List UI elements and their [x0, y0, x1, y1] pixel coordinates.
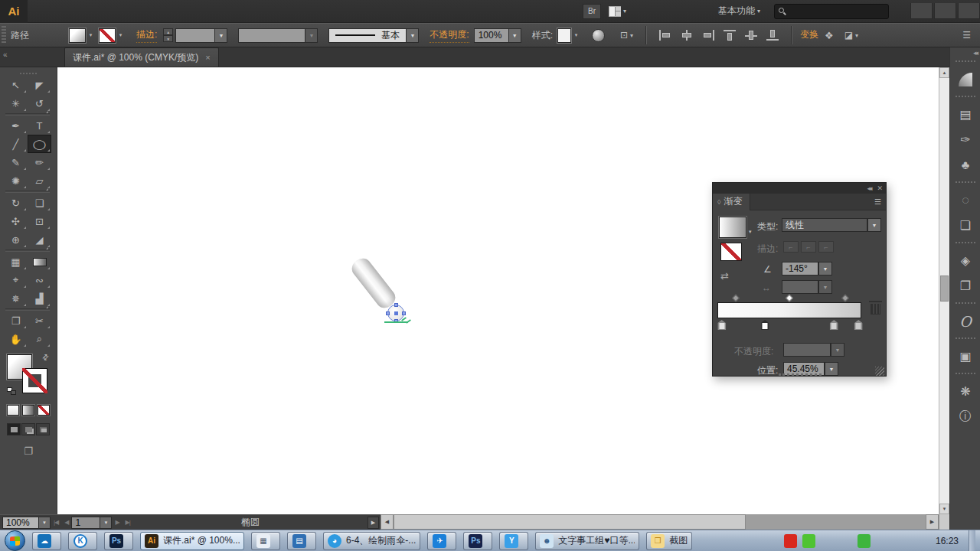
opacity-field[interactable]: 100% — [474, 28, 509, 43]
status-expand-icon[interactable]: ▶ — [368, 517, 379, 529]
previous-artboard-icon[interactable]: ◀ — [64, 519, 68, 526]
gradient-within-stroke-button[interactable]: ⌐ — [783, 241, 799, 253]
gradient-stop-4[interactable] — [854, 320, 863, 330]
wechat-icon[interactable] — [802, 534, 815, 548]
free-transform-tool[interactable]: ⊡ — [28, 212, 51, 230]
gradient-across-stroke-button[interactable]: ⌐ — [818, 241, 834, 253]
transform-again-icon[interactable]: ❖ — [825, 30, 834, 41]
close-panel-icon[interactable]: ✕ — [877, 184, 883, 192]
pencil-tool[interactable]: ✏ — [28, 153, 51, 171]
stroke-weight-dropdown[interactable]: ▼ — [215, 28, 227, 43]
taskbar-photoshop2-icon[interactable]: Ps — [463, 532, 492, 550]
action-center-flag-icon[interactable] — [894, 534, 907, 548]
stroke-swatch[interactable] — [99, 28, 116, 43]
taskbar-chat-task[interactable]: ☻ 文字事工组♥口等... — [535, 532, 639, 550]
artboard-tool[interactable]: ❐ — [4, 311, 28, 330]
cylinder-artwork[interactable] — [348, 255, 399, 311]
magic-wand-tool[interactable]: ✳ — [4, 94, 28, 112]
scroll-down-icon[interactable]: ▼ — [939, 504, 949, 514]
next-artboard-icon[interactable]: ▶ — [115, 519, 119, 526]
align-vertical-center-button[interactable] — [744, 29, 758, 41]
network-icon[interactable] — [876, 534, 889, 548]
show-desktop-button[interactable] — [969, 530, 975, 551]
eraser-tool[interactable]: ▱ — [28, 171, 51, 190]
first-artboard-icon[interactable]: |◀ — [54, 519, 58, 526]
zoom-dropdown[interactable]: ▼ — [39, 517, 51, 529]
arrange-documents-button[interactable]: ▾ — [609, 6, 626, 17]
close-tab-icon[interactable]: × — [205, 53, 210, 62]
gradient-midpoint-1[interactable] — [732, 295, 740, 302]
gradient-along-stroke-button[interactable]: ⌐ — [801, 241, 816, 253]
layers-panel-icon[interactable]: ◈ — [950, 248, 980, 273]
color-panel-icon[interactable] — [950, 67, 980, 92]
center-point-handle[interactable] — [394, 311, 398, 315]
gradient-type-field[interactable]: 线性 — [782, 218, 867, 232]
taskbar-clock[interactable]: 16:23 — [936, 536, 959, 546]
taskbar-photoshop-icon[interactable]: Ps — [104, 532, 133, 550]
taskbar-yy-icon[interactable]: Y — [499, 532, 528, 550]
sogou-icon[interactable] — [784, 534, 797, 548]
gradient-type-dropdown[interactable]: ▼ — [867, 218, 881, 232]
gradient-stop-1[interactable] — [717, 320, 726, 330]
panel-resize-corner[interactable] — [875, 367, 884, 376]
brushes-panel-icon[interactable]: ✑ — [950, 127, 980, 152]
artboard-number-field[interactable]: 1 — [71, 517, 100, 529]
fill-color-control[interactable]: ▾ — [69, 28, 96, 43]
align-to-selection-button[interactable]: ⊡ ▾ — [620, 30, 633, 41]
stepper-up-icon[interactable]: ▲ — [163, 28, 173, 35]
panel-menu-icon[interactable]: ☰ — [874, 197, 881, 206]
gradient-tool[interactable] — [28, 253, 51, 271]
gradient-ramp[interactable] — [717, 302, 861, 318]
symbols-panel-icon[interactable]: ♣ — [950, 152, 980, 178]
brush-definition-field[interactable]: 基本 — [328, 28, 407, 43]
align-vertical-bottom-button[interactable] — [766, 29, 779, 41]
speaker-icon[interactable] — [839, 534, 852, 548]
brush-definition-dropdown[interactable]: ▼ — [407, 28, 419, 43]
language-indicator[interactable] — [766, 534, 779, 548]
input-keyboard-icon[interactable] — [913, 534, 926, 548]
slice-tool[interactable]: ✂ — [28, 311, 51, 330]
search-box[interactable] — [774, 4, 889, 19]
none-button[interactable] — [38, 405, 50, 416]
taskbar-media-player-icon[interactable]: ▤ — [287, 532, 316, 550]
control-bar-menu-icon[interactable]: ☰ — [962, 30, 971, 41]
collapse-panel-icon[interactable]: ◂◂ — [867, 184, 871, 192]
horizontal-scroll-thumb[interactable] — [394, 514, 746, 530]
navigator-panel-icon[interactable]: ❋ — [950, 379, 980, 404]
expand-panels-icon[interactable]: ◂◂ — [950, 47, 980, 57]
direct-selection-tool[interactable]: ◤ — [28, 76, 51, 94]
pen-tool[interactable]: ✒ — [4, 116, 28, 135]
stroke-proxy-swatch[interactable] — [23, 369, 47, 393]
chevron-down-icon[interactable]: ▾ — [86, 28, 96, 43]
align-horizontal-right-button[interactable] — [701, 29, 715, 41]
selection-tool[interactable]: ↖ — [4, 76, 28, 94]
lasso-tool[interactable]: ↺ — [28, 94, 51, 112]
delete-stop-icon[interactable] — [871, 304, 880, 315]
minimize-button[interactable] — [910, 3, 933, 19]
gradient-angle-dropdown[interactable]: ▼ — [818, 262, 832, 276]
width-profile-field[interactable] — [238, 28, 305, 43]
chevron-down-icon[interactable]: ▾ — [116, 28, 126, 43]
panel-grip[interactable] — [2, 26, 6, 44]
artboards-panel-icon[interactable]: ❐ — [950, 273, 980, 298]
transform-panel-icon[interactable]: ▣ — [950, 344, 980, 369]
line-segment-tool[interactable]: ╱ — [4, 135, 28, 153]
mesh-tool[interactable]: ▦ — [4, 253, 28, 271]
gradient-midpoint-3[interactable] — [841, 295, 849, 302]
align-horizontal-center-button[interactable] — [680, 29, 694, 41]
draw-inside-button[interactable] — [36, 423, 50, 435]
taskbar-k-app-icon[interactable]: K — [68, 532, 97, 550]
scroll-right-icon[interactable]: ▶ — [926, 514, 939, 530]
anchor-handle[interactable] — [402, 311, 406, 315]
gradient-stroke-thumbnail[interactable] — [720, 243, 742, 261]
stroke-weight-field[interactable] — [175, 28, 215, 43]
paintbrush-tool[interactable]: ✎ — [4, 153, 28, 171]
scroll-left-icon[interactable]: ◀ — [381, 514, 394, 530]
transparency-panel-icon[interactable]: ❏ — [950, 213, 980, 238]
start-button[interactable] — [5, 530, 25, 551]
gradient-presets-dropdown-icon[interactable]: ▾ — [749, 229, 752, 235]
opacity-dropdown[interactable]: ▼ — [509, 28, 521, 43]
taskbar-screenshot-folder-task[interactable]: ❒ 截图 — [646, 532, 692, 550]
transform-link[interactable]: 变换 — [800, 28, 818, 42]
zoom-tool[interactable]: ⌕ — [28, 330, 51, 348]
